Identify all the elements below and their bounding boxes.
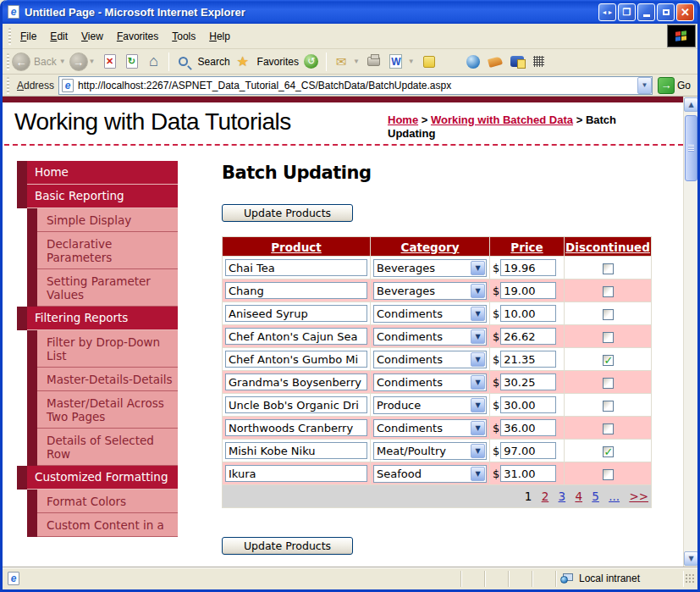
category-select[interactable]: Produce▼ [373,396,487,414]
price-input[interactable] [500,419,556,436]
discontinued-checkbox[interactable] [603,332,614,343]
sidebar-item-master-detail-across-two-pages[interactable]: Master/Detail Across Two Pages [27,391,178,429]
sidebar-item-filtering-reports[interactable]: Filtering Reports [17,307,178,330]
go-button[interactable]: → [658,77,675,94]
sidebar-item-simple-display[interactable]: Simple Display [27,208,178,232]
discontinued-checkbox[interactable] [603,263,614,274]
pager-page-link[interactable]: 4 [575,490,582,503]
discontinued-checkbox[interactable] [603,401,614,412]
toolbar-grip[interactable] [7,77,9,94]
price-input[interactable] [500,305,556,322]
search-icon[interactable] [175,53,192,70]
product-input[interactable] [225,328,367,345]
sidebar-item-filter-by-dropdown-list[interactable]: Filter by Drop-Down List [27,330,178,368]
edit-word-button[interactable]: W [388,53,405,70]
product-input[interactable] [225,465,367,482]
snagit-button[interactable] [487,53,504,70]
sort-product-link[interactable]: Product [271,241,322,254]
product-input[interactable] [225,419,367,436]
chevron-down-icon[interactable]: ▼ [471,398,485,412]
sidebar-item-basic-reporting[interactable]: Basic Reporting [17,185,178,208]
menu-favorites[interactable]: Favorites [110,28,165,45]
back-dropdown-icon[interactable]: ▼ [59,58,66,65]
sidebar-item-custom-content[interactable]: Custom Content in a [27,513,178,537]
price-input[interactable] [500,282,556,299]
discontinued-checkbox[interactable] [603,378,614,389]
discontinued-checkbox[interactable] [603,286,614,297]
pane-toggle-button[interactable]: ◄► [598,3,616,21]
discontinued-checkbox[interactable] [603,355,614,366]
category-select[interactable]: Condiments▼ [373,305,487,323]
category-select[interactable]: Beverages▼ [373,259,487,277]
messenger-button[interactable] [465,53,482,70]
stop-button[interactable]: ✕ [102,53,119,70]
product-input[interactable] [225,442,367,459]
scroll-down-button[interactable]: ▼ [684,551,697,566]
discontinued-checkbox[interactable] [603,309,614,320]
home-button[interactable]: ⌂ [146,53,163,70]
address-input[interactable]: e http://localhost:2267/ASPNET_Data_Tuto… [58,76,653,95]
chevron-down-icon[interactable]: ▼ [471,329,485,344]
forward-button[interactable]: → [69,53,88,71]
pager-page-link[interactable]: 5 [592,490,599,503]
product-input[interactable] [225,259,367,276]
favorites-icon[interactable]: ★ [234,53,251,70]
product-input[interactable] [225,396,367,413]
toolbar-grip[interactable] [8,28,11,45]
chevron-down-icon[interactable]: ▼ [471,307,485,321]
sidebar-item-format-colors[interactable]: Format Colors [27,490,178,513]
breadcrumb-section-link[interactable]: Working with Batched Data [431,113,573,126]
refresh-button[interactable]: ↻ [124,53,141,70]
menu-edit[interactable]: Edit [43,28,74,45]
menu-file[interactable]: File [14,28,43,45]
minimize-button[interactable] [637,3,655,21]
scrollbar-thumb[interactable] [685,115,697,181]
resize-grip[interactable] [685,573,696,584]
discontinued-checkbox[interactable] [603,469,614,480]
sidebar-item-master-details-details[interactable]: Master-Details-Details [27,368,178,391]
sidebar-item-customized-formatting[interactable]: Customized Formatting [17,466,178,490]
product-input[interactable] [225,373,367,390]
category-select[interactable]: Condiments▼ [373,419,487,437]
back-button[interactable]: ← [12,53,30,71]
grid-tool-button[interactable] [531,53,548,70]
maximize-button[interactable] [657,3,675,21]
toolbar-grip[interactable] [7,53,9,70]
chevron-down-icon[interactable]: ▼ [471,444,485,458]
sidebar-item-home[interactable]: Home [17,161,178,185]
search-label[interactable]: Search [198,56,230,68]
category-select[interactable]: Meat/Poultry▼ [373,442,487,460]
word-dropdown-icon[interactable]: ▼ [408,58,415,65]
pager-ellipsis-link[interactable]: ... [609,490,620,503]
pager-page-link[interactable]: 2 [542,490,549,503]
vertical-scrollbar[interactable]: ▲ ▼ [683,97,697,567]
price-input[interactable] [500,396,556,413]
sort-discontinued-link[interactable]: Discontinued [565,241,650,254]
update-products-button-bottom[interactable]: Update Products [222,537,353,555]
sidebar-item-setting-parameter-values[interactable]: Setting Parameter Values [27,269,178,307]
mail-dropdown-icon[interactable]: ▼ [353,58,360,65]
discontinued-checkbox[interactable] [603,446,614,457]
category-select[interactable]: Condiments▼ [373,373,487,391]
category-select[interactable]: Beverages▼ [373,282,487,300]
favorites-label[interactable]: Favorites [257,56,299,68]
update-products-button-top[interactable]: Update Products [222,204,353,222]
history-button[interactable]: ↺ [303,53,320,70]
sidebar-item-declarative-parameters[interactable]: Declarative Parameters [27,232,178,269]
price-input[interactable] [500,328,556,345]
forward-dropdown-icon[interactable]: ▼ [89,58,96,65]
detach-button[interactable]: ❐ [618,3,636,21]
chevron-down-icon[interactable]: ▼ [471,421,485,435]
category-select[interactable]: Condiments▼ [373,328,487,346]
pager-page-link[interactable]: 3 [559,490,566,503]
mail-button[interactable]: ✉ [333,53,350,70]
breadcrumb-home-link[interactable]: Home [388,113,418,126]
print-button[interactable] [366,53,383,70]
price-input[interactable] [500,442,556,459]
chevron-down-icon[interactable]: ▼ [471,352,485,367]
category-select[interactable]: Seafood▼ [373,465,487,483]
research-button[interactable] [509,53,526,70]
price-input[interactable] [500,373,556,390]
pager-next-link[interactable]: >> [629,490,648,503]
menu-help[interactable]: Help [202,28,237,45]
